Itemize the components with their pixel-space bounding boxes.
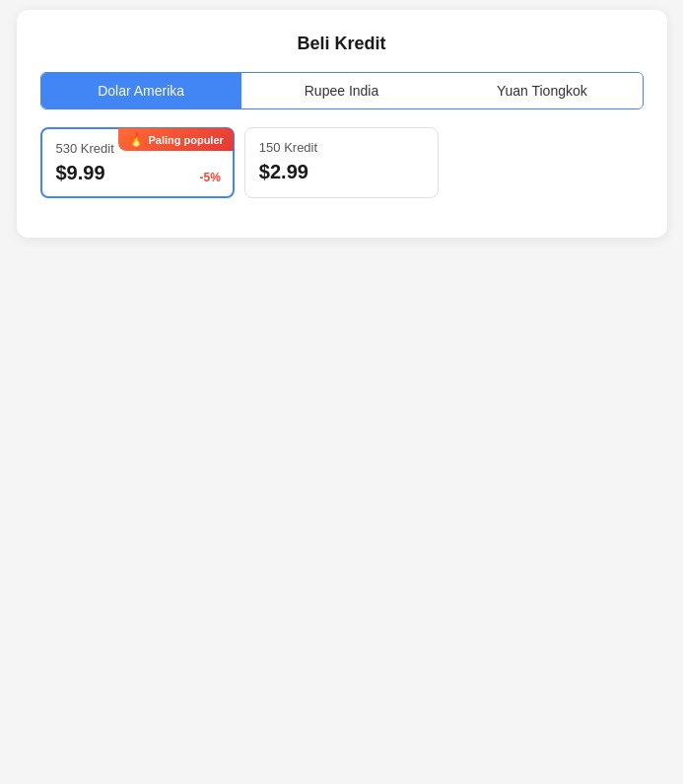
currency-tabs: Dolar Amerika Rupee India Yuan Tiongkok [40,72,644,109]
credit-package-530[interactable]: 🔥 Paling populer 530 Kredit $9.99 -5% [40,127,235,198]
credits-grid: 🔥 Paling populer 530 Kredit $9.99 -5% 15… [40,127,644,198]
flame-icon: 🔥 [128,132,144,147]
discount-badge: -5% [199,171,220,184]
tab-usd[interactable]: Dolar Amerika [41,73,241,108]
price: $2.99 [259,161,424,183]
credit-package-150[interactable]: 150 Kredit $2.99 [244,127,439,198]
tab-inr[interactable]: Rupee India [241,73,442,108]
popular-badge: 🔥 Paling populer [118,128,233,151]
credits-amount: 150 Kredit [259,140,424,155]
tab-cny[interactable]: Yuan Tiongkok [442,73,642,108]
page-title: Beli Kredit [40,34,644,54]
price: $9.99 [56,162,219,184]
main-container: Beli Kredit Dolar Amerika Rupee India Yu… [17,10,667,238]
